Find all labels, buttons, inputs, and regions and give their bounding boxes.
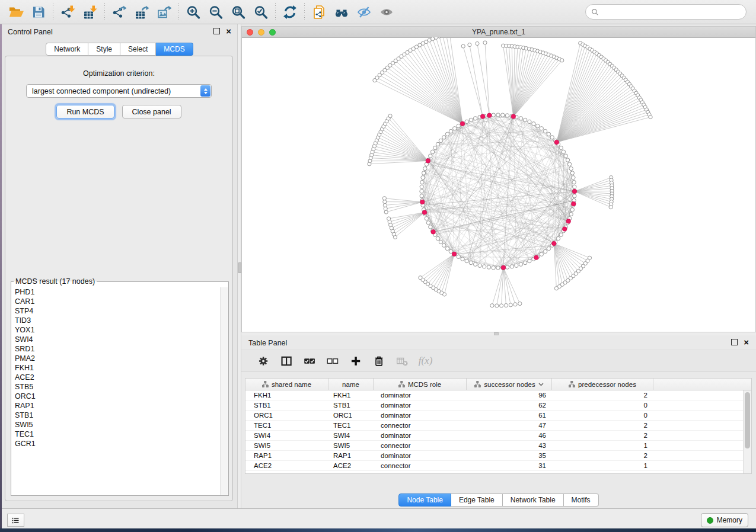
mcds-result-node[interactable]: SWI4	[12, 335, 221, 344]
close-panel-icon[interactable]: ×	[744, 339, 749, 345]
table-cell[interactable]: SWI4	[245, 431, 328, 440]
splitter-grip[interactable]	[494, 332, 499, 335]
tab-select[interactable]: Select	[120, 43, 156, 56]
table-row[interactable]: ORC1ORC1dominator610	[245, 411, 744, 421]
vertical-splitter[interactable]	[237, 24, 241, 508]
tab-network[interactable]: Network	[46, 43, 88, 56]
zoom-selected-button[interactable]	[250, 2, 272, 22]
tab-network-table[interactable]: Network Table	[503, 493, 564, 507]
table-row[interactable]: RAP1RAP1dominator352	[245, 451, 744, 461]
table-cell[interactable]: 1	[552, 461, 653, 470]
table-cell[interactable]: dominator	[374, 411, 467, 420]
table-cell[interactable]: 62	[467, 400, 552, 410]
show-panels-button[interactable]	[7, 514, 24, 527]
table-cell[interactable]: SWI5	[245, 441, 328, 450]
column-header-MCDS-role[interactable]: MCDS role	[374, 379, 467, 390]
hide-graphics-details-button[interactable]	[353, 2, 375, 22]
export-table-button[interactable]	[130, 2, 153, 22]
table-cell[interactable]: 2	[552, 431, 653, 440]
memory-button[interactable]: Memory	[701, 513, 748, 527]
float-panel-icon[interactable]	[213, 28, 220, 34]
tab-edge-table[interactable]: Edge Table	[451, 493, 503, 507]
mcds-result-node[interactable]: FKH1	[12, 363, 221, 373]
mcds-result-node[interactable]: STB1	[12, 411, 221, 420]
network-from-document-button[interactable]	[308, 2, 330, 22]
table-cell[interactable]: 1	[552, 441, 653, 450]
column-header-successor-nodes[interactable]: successor nodes	[467, 379, 552, 390]
zoom-out-button[interactable]	[205, 2, 227, 22]
open-file-button[interactable]	[5, 2, 27, 22]
splitter-grip[interactable]	[238, 262, 241, 273]
deselect-all-button[interactable]	[321, 352, 344, 370]
delete-column-button[interactable]	[368, 352, 391, 370]
column-header-name[interactable]: name	[328, 379, 374, 390]
table-cell[interactable]: 35	[467, 451, 552, 460]
network-canvas[interactable]	[242, 37, 755, 332]
table-cell[interactable]: 29	[467, 471, 552, 473]
column-header-shared-name[interactable]: shared name	[245, 379, 328, 390]
table-row[interactable]: TEC1TEC1connector472	[245, 421, 744, 431]
mcds-result-node[interactable]: TEC1	[12, 430, 221, 439]
table-row[interactable]: ACE2ACE2connector311	[245, 461, 744, 471]
table-cell[interactable]: 47	[467, 421, 552, 430]
mcds-result-node[interactable]: SRD1	[12, 344, 221, 354]
table-cell[interactable]: FKH1	[245, 390, 328, 400]
add-column-button[interactable]	[344, 352, 368, 370]
search-box[interactable]	[585, 4, 747, 20]
table-scrollbar[interactable]	[743, 390, 751, 473]
tab-node-table[interactable]: Node Table	[398, 493, 451, 507]
table-cell[interactable]: 2	[552, 390, 653, 400]
table-cell[interactable]: connector	[374, 461, 467, 470]
table-cell[interactable]: 96	[467, 390, 552, 400]
table-cell[interactable]: ORC1	[328, 411, 374, 420]
mcds-result-node[interactable]: YOX1	[12, 325, 221, 335]
scrollbar-thumb[interactable]	[745, 392, 750, 448]
table-cell[interactable]: connector	[374, 441, 467, 450]
select-all-button[interactable]	[298, 352, 321, 370]
search-network-button[interactable]	[330, 2, 353, 22]
mcds-result-node[interactable]: STP4	[12, 306, 221, 316]
table-cell[interactable]: dominator	[374, 400, 467, 410]
mcds-result-node[interactable]: RAP1	[12, 401, 221, 411]
table-cell[interactable]: dominator	[374, 431, 467, 440]
table-cell[interactable]: 2	[552, 421, 653, 430]
mcds-result-node[interactable]: SWI5	[12, 420, 221, 430]
table-cell[interactable]: RAP1	[328, 451, 374, 460]
table-cell[interactable]: dominator	[374, 451, 467, 460]
horizontal-splitter[interactable]	[241, 332, 756, 335]
table-cell[interactable]: 43	[467, 441, 552, 450]
table-cell[interactable]: connector	[374, 421, 467, 430]
run-mcds-button[interactable]: Run MCDS	[56, 105, 114, 118]
import-network-button[interactable]	[56, 2, 79, 22]
table-cell[interactable]: 2	[552, 451, 653, 460]
table-cell[interactable]: RAP1	[245, 451, 328, 460]
table-cell[interactable]: YOX1	[328, 471, 374, 473]
table-cell[interactable]: SWI4	[328, 431, 374, 440]
mcds-result-node[interactable]: PHD1	[12, 287, 221, 297]
table-cell[interactable]: TEC1	[328, 421, 374, 430]
table-cell[interactable]: connector	[374, 471, 467, 473]
mcds-result-node[interactable]: ORC1	[12, 392, 221, 401]
tab-mcds[interactable]: MCDS	[156, 43, 193, 56]
close-panel-icon[interactable]: ×	[226, 28, 231, 34]
table-row[interactable]: STB1STB1dominator620	[245, 400, 744, 411]
mcds-result-node[interactable]: TID3	[12, 316, 221, 325]
table-cell[interactable]: FKH1	[328, 390, 374, 400]
table-cell[interactable]: STB1	[328, 400, 374, 410]
column-settings-button[interactable]	[252, 352, 275, 370]
table-cell[interactable]: 0	[552, 411, 653, 420]
table-row[interactable]: YOX1YOX1connector291	[245, 471, 744, 473]
table-cell[interactable]: TEC1	[245, 421, 328, 430]
table-cell[interactable]: YOX1	[245, 471, 328, 473]
save-session-button[interactable]	[27, 2, 50, 22]
table-row[interactable]: SWI4SWI4dominator462	[245, 431, 744, 441]
table-cell[interactable]: 31	[467, 461, 552, 470]
mcds-result-node[interactable]: ACE2	[12, 373, 221, 382]
zoom-in-button[interactable]	[182, 2, 205, 22]
table-cell[interactable]: dominator	[374, 390, 467, 400]
mcds-result-scrollbar[interactable]	[220, 287, 228, 495]
float-panel-icon[interactable]	[731, 339, 738, 345]
table-cell[interactable]: SWI5	[328, 441, 374, 450]
import-table-button[interactable]	[79, 2, 101, 22]
mcds-result-node[interactable]: PMA2	[12, 354, 221, 363]
